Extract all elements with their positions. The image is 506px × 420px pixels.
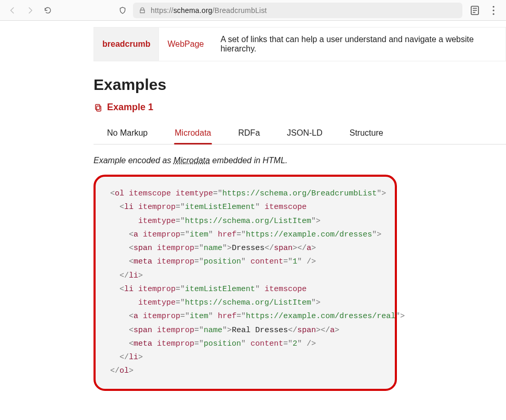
reader-mode-icon[interactable] <box>469 4 481 17</box>
property-name-link[interactable]: breadcrumb <box>102 40 150 49</box>
code-block: <ol itemscope itemtype="https://schema.o… <box>110 187 380 378</box>
code-example-box: <ol itemscope itemtype="https://schema.o… <box>94 175 397 391</box>
page-content: breadcrumb WebPage A set of links that c… <box>0 21 506 391</box>
forward-button[interactable] <box>24 4 36 17</box>
shield-icon[interactable] <box>116 4 129 17</box>
tab-microdata[interactable]: Microdata <box>161 122 224 144</box>
svg-rect-4 <box>97 106 101 111</box>
url-text: https://schema.org/BreadcrumbList <box>151 6 267 15</box>
svg-point-2 <box>492 9 494 11</box>
note-before: Example encoded as <box>94 156 174 165</box>
property-type-link[interactable]: WebPage <box>167 40 204 49</box>
example-tabs: No Markup Microdata RDFa JSON-LD Structu… <box>94 122 506 145</box>
example-1-label: Example 1 <box>107 102 153 113</box>
arrow-right-icon <box>26 6 34 15</box>
reload-icon <box>44 6 52 15</box>
example-1-heading[interactable]: Example 1 <box>94 102 506 113</box>
property-type-cell: WebPage <box>158 28 212 61</box>
property-desc-text: A set of links that can help a user unde… <box>220 35 497 54</box>
tab-rdfa[interactable]: RDFa <box>225 122 274 144</box>
note-after: embedded in HTML. <box>210 156 287 165</box>
examples-heading: Examples <box>94 76 506 94</box>
copy-icon <box>94 103 103 112</box>
url-path: /BreadcrumbList <box>212 6 267 15</box>
url-prefix: https:// <box>151 6 174 15</box>
tab-structure[interactable]: Structure <box>336 122 397 144</box>
address-area: https://schema.org/BreadcrumbList <box>116 3 500 18</box>
property-row: breadcrumb WebPage A set of links that c… <box>94 27 506 61</box>
svg-rect-5 <box>96 104 100 110</box>
svg-point-1 <box>492 6 494 7</box>
address-bar[interactable]: https://schema.org/BreadcrumbList <box>133 3 462 18</box>
url-host: schema.org <box>174 6 212 15</box>
note-link[interactable]: Microdata <box>174 156 210 165</box>
svg-point-3 <box>492 13 494 15</box>
tab-jsonld[interactable]: JSON-LD <box>273 122 336 144</box>
more-icon[interactable] <box>487 4 500 17</box>
back-button[interactable] <box>6 4 19 17</box>
encoding-note: Example encoded as Microdata embedded in… <box>94 156 506 165</box>
browser-toolbar: https://schema.org/BreadcrumbList <box>0 0 506 21</box>
property-name-cell: breadcrumb <box>94 28 158 61</box>
tab-no-markup[interactable]: No Markup <box>94 122 161 144</box>
arrow-left-icon <box>8 6 17 15</box>
property-desc-cell: A set of links that can help a user unde… <box>212 28 505 61</box>
reload-button[interactable] <box>42 4 54 17</box>
lock-icon <box>138 6 147 15</box>
